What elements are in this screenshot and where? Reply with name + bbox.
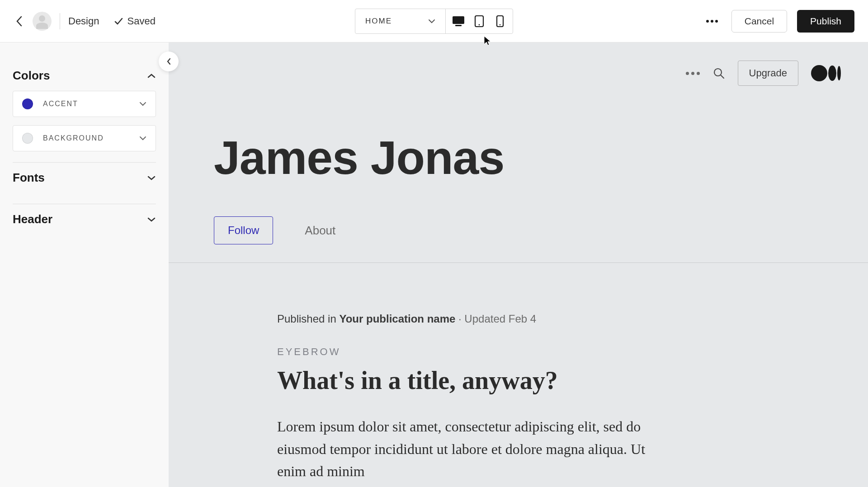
device-mobile-button[interactable] xyxy=(493,14,507,28)
background-color-swatch xyxy=(22,133,33,144)
saved-text: Saved xyxy=(127,15,155,27)
separator xyxy=(60,13,60,29)
header-section-header[interactable]: Header xyxy=(13,204,156,234)
svg-point-3 xyxy=(479,24,480,25)
background-color-row[interactable]: BACKGROUND xyxy=(13,125,156,151)
saved-status: Saved xyxy=(113,15,155,27)
fonts-section-header[interactable]: Fonts xyxy=(13,163,156,193)
upgrade-button[interactable]: Upgrade xyxy=(738,61,798,86)
chevron-down-icon xyxy=(139,102,146,106)
device-desktop-button[interactable] xyxy=(451,14,466,28)
chevron-down-icon xyxy=(147,175,156,181)
accent-label: ACCENT xyxy=(43,100,78,108)
published-prefix: Published in xyxy=(277,313,339,325)
colors-section-title: Colors xyxy=(13,69,50,83)
colors-section-header[interactable]: Colors xyxy=(13,61,156,91)
svg-rect-0 xyxy=(453,16,464,24)
article-body: Lorem ipsum dolor sit amet, consectetur … xyxy=(277,416,666,483)
preview-more-button[interactable] xyxy=(686,72,700,75)
svg-rect-1 xyxy=(455,25,462,26)
back-button[interactable] xyxy=(14,16,24,27)
check-icon xyxy=(113,16,123,26)
publication-name[interactable]: Your publication name xyxy=(339,313,455,325)
publish-button[interactable]: Publish xyxy=(797,10,854,33)
header-section-title: Header xyxy=(13,212,52,226)
accent-color-swatch xyxy=(22,98,33,109)
article-eyebrow: EYEBROW xyxy=(277,346,666,358)
follow-button[interactable]: Follow xyxy=(214,216,273,244)
more-options-button[interactable] xyxy=(703,16,722,26)
chevron-down-icon xyxy=(428,19,435,23)
about-tab[interactable]: About xyxy=(305,224,335,238)
profile-avatar[interactable] xyxy=(33,12,52,31)
article-title: What's in a title, anyway? xyxy=(277,366,666,395)
fonts-section-title: Fonts xyxy=(13,171,45,185)
site-title: James Jonas xyxy=(169,86,868,185)
publish-line: Published in Your publication name · Upd… xyxy=(277,313,666,325)
svg-line-7 xyxy=(721,75,724,78)
accent-color-row[interactable]: ACCENT xyxy=(13,91,156,117)
design-label: Design xyxy=(68,15,99,27)
cursor-icon xyxy=(483,35,491,46)
chevron-down-icon xyxy=(139,136,146,140)
chevron-down-icon xyxy=(147,217,156,222)
device-tablet-button[interactable] xyxy=(472,14,486,28)
chevron-left-icon xyxy=(166,57,171,66)
search-icon[interactable] xyxy=(712,67,725,80)
cancel-button[interactable]: Cancel xyxy=(731,10,787,33)
page-selector-value: HOME xyxy=(365,17,392,26)
background-label: BACKGROUND xyxy=(43,134,104,142)
page-selector-dropdown[interactable]: HOME xyxy=(355,9,446,33)
collapse-sidebar-button[interactable] xyxy=(159,52,179,71)
chevron-up-icon xyxy=(147,73,156,79)
updated-date: · Updated Feb 4 xyxy=(455,313,536,325)
svg-point-5 xyxy=(500,24,501,25)
medium-logo-icon[interactable] xyxy=(811,65,841,81)
